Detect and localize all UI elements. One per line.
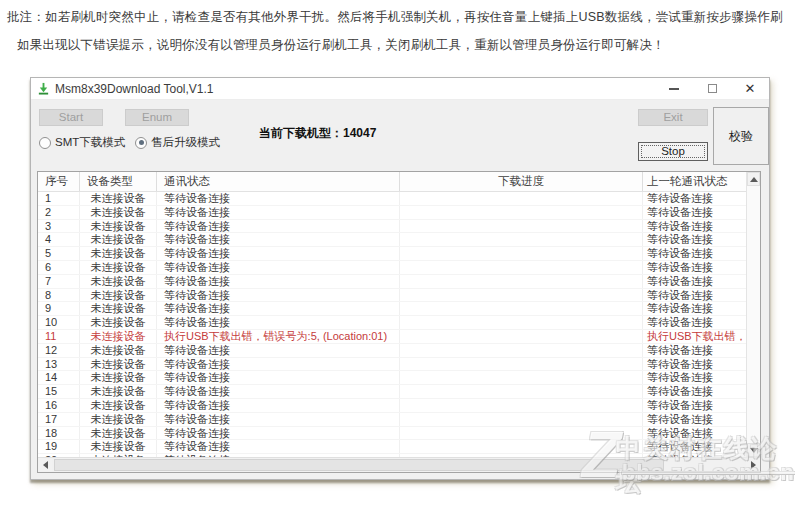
table-row[interactable]: 9未连接设备等待设备连接等待设备连接 <box>38 302 746 316</box>
table-cell: 14 <box>38 371 80 384</box>
table-cell: 执行USB下载出错，错误号为:5, (Location:01) <box>157 330 400 343</box>
table-cell: 等待设备连接 <box>643 220 746 233</box>
table-cell: 4 <box>38 233 80 246</box>
table-row[interactable]: 8未连接设备等待设备连接等待设备连接 <box>38 289 746 303</box>
table-row[interactable]: 4未连接设备等待设备连接等待设备连接 <box>38 233 746 247</box>
table-cell: 3 <box>38 220 80 233</box>
table-cell: 未连接设备 <box>80 344 157 357</box>
table-row[interactable]: 7未连接设备等待设备连接等待设备连接 <box>38 275 746 289</box>
verify-button[interactable]: 校验 <box>713 107 769 165</box>
table-cell: 等待设备连接 <box>643 399 746 412</box>
table-cell <box>400 413 643 426</box>
maximize-button[interactable] <box>693 78 731 99</box>
table-cell: 未连接设备 <box>80 330 157 343</box>
horizontal-scroll-thumb[interactable] <box>54 459 664 471</box>
table-row[interactable]: 10未连接设备等待设备连接等待设备连接 <box>38 316 746 330</box>
table-cell <box>400 261 643 274</box>
table-cell: 12 <box>38 344 80 357</box>
table-row[interactable]: 6未连接设备等待设备连接等待设备连接 <box>38 261 746 275</box>
header-progress: 下载进度 <box>400 172 643 191</box>
header-index: 序号 <box>38 172 80 191</box>
table-cell <box>400 206 643 219</box>
table-cell <box>400 330 643 343</box>
table-cell <box>400 275 643 288</box>
table-cell: 7 <box>38 275 80 288</box>
table-cell: 16 <box>38 399 80 412</box>
page: 批注：如若刷机时突然中止，请检查是否有其他外界干扰。然后将手机强制关机，再按住音… <box>0 0 800 505</box>
table-cell: 等待设备连接 <box>157 440 400 453</box>
table-cell: 10 <box>38 316 80 329</box>
table-row[interactable]: 14未连接设备等待设备连接等待设备连接 <box>38 371 746 385</box>
table-cell: 等待设备连接 <box>643 427 746 440</box>
radio-smt-mode[interactable]: SMT下载模式 <box>39 135 125 150</box>
stop-button[interactable]: Stop <box>638 142 708 161</box>
table-cell: 未连接设备 <box>80 316 157 329</box>
table-cell <box>400 427 643 440</box>
arrow-up-icon <box>750 177 758 182</box>
arrow-down-icon <box>750 448 758 453</box>
table-row[interactable]: 17未连接设备等待设备连接等待设备连接 <box>38 413 746 427</box>
table-cell: 等待设备连接 <box>157 399 400 412</box>
table-cell: 等待设备连接 <box>643 385 746 398</box>
table-cell: 13 <box>38 358 80 371</box>
table-cell: 11 <box>38 330 80 343</box>
scroll-up-button[interactable] <box>747 172 760 186</box>
table-cell: 未连接设备 <box>80 399 157 412</box>
table-cell: 等待设备连接 <box>643 371 746 384</box>
scroll-left-button[interactable] <box>38 458 52 472</box>
table-cell: 19 <box>38 440 80 453</box>
minimize-button[interactable] <box>655 78 693 99</box>
table-row[interactable]: 18未连接设备等待设备连接等待设备连接 <box>38 427 746 441</box>
table-row[interactable]: 12未连接设备等待设备连接等待设备连接 <box>38 344 746 358</box>
table-cell: 未连接设备 <box>80 192 157 205</box>
enum-button[interactable]: Enum <box>125 109 189 126</box>
close-button[interactable]: ✕ <box>731 78 769 99</box>
start-button[interactable]: Start <box>39 109 103 126</box>
table-cell: 1 <box>38 192 80 205</box>
table-cell: 15 <box>38 385 80 398</box>
radio-unselected-icon <box>39 137 51 149</box>
table-cell: 等待设备连接 <box>157 413 400 426</box>
scroll-down-button[interactable] <box>747 443 760 457</box>
table-row[interactable]: 5未连接设备等待设备连接等待设备连接 <box>38 247 746 261</box>
table-row[interactable]: 13未连接设备等待设备连接等待设备连接 <box>38 358 746 372</box>
table-cell <box>400 233 643 246</box>
table-cell: 等待设备连接 <box>643 289 746 302</box>
table-row[interactable]: 3未连接设备等待设备连接等待设备连接 <box>38 220 746 234</box>
table-cell: 9 <box>38 302 80 315</box>
table-row[interactable]: 19未连接设备等待设备连接等待设备连接 <box>38 440 746 454</box>
table-cell: 等待设备连接 <box>157 247 400 260</box>
minimize-icon <box>669 88 679 90</box>
window-title: Msm8x39Download Tool,V1.1 <box>55 82 214 96</box>
table-cell: 等待设备连接 <box>157 275 400 288</box>
table-cell: 未连接设备 <box>80 233 157 246</box>
current-model-value: 14047 <box>343 126 376 140</box>
table-cell <box>400 371 643 384</box>
radio-aftersales-mode[interactable]: 售后升级模式 <box>135 135 220 150</box>
table-row[interactable]: 11未连接设备执行USB下载出错，错误号为:5, (Location:01)执行… <box>38 330 746 344</box>
table-cell: 未连接设备 <box>80 220 157 233</box>
radio-selected-icon <box>135 137 147 149</box>
table-cell <box>400 344 643 357</box>
table-cell: 等待设备连接 <box>157 192 400 205</box>
scroll-right-button[interactable] <box>746 458 760 472</box>
table-cell <box>400 440 643 453</box>
table-cell: 未连接设备 <box>80 440 157 453</box>
table-cell: 等待设备连接 <box>643 192 746 205</box>
table-row[interactable]: 2未连接设备等待设备连接等待设备连接 <box>38 206 746 220</box>
app-window: Msm8x39Download Tool,V1.1 ✕ Start Enum E… <box>30 77 770 480</box>
exit-button[interactable]: Exit <box>638 109 708 126</box>
horizontal-scrollbar[interactable] <box>38 457 760 472</box>
table-row[interactable]: 1未连接设备等待设备连接等待设备连接 <box>38 192 746 206</box>
table-cell <box>400 385 643 398</box>
table-row[interactable]: 15未连接设备等待设备连接等待设备连接 <box>38 385 746 399</box>
table-cell: 等待设备连接 <box>157 302 400 315</box>
header-comm-status: 通讯状态 <box>157 172 400 191</box>
table-row[interactable]: 16未连接设备等待设备连接等待设备连接 <box>38 399 746 413</box>
vertical-scrollbar[interactable] <box>746 172 760 457</box>
radio-smt-label: SMT下载模式 <box>55 135 125 150</box>
download-icon <box>37 82 50 95</box>
title-bar[interactable]: Msm8x39Download Tool,V1.1 ✕ <box>31 78 769 100</box>
table-cell: 等待设备连接 <box>643 206 746 219</box>
table-cell: 6 <box>38 261 80 274</box>
